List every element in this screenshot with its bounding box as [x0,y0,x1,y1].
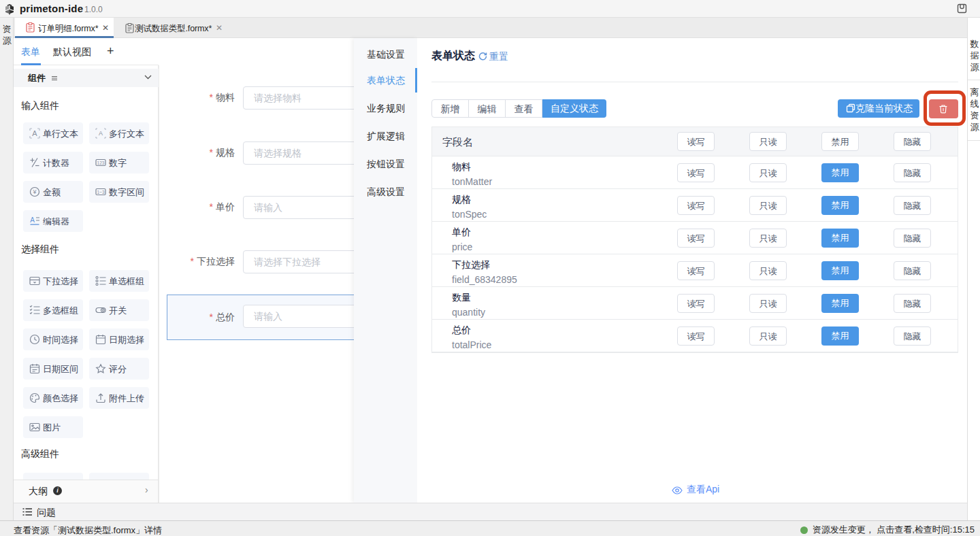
svg-text:A: A [30,216,35,224]
svg-text:A: A [99,130,103,137]
svg-text:123: 123 [97,161,105,165]
svg-text:¥: ¥ [32,188,37,195]
svg-text:A: A [32,129,37,137]
svg-text:1~3: 1~3 [97,190,104,195]
